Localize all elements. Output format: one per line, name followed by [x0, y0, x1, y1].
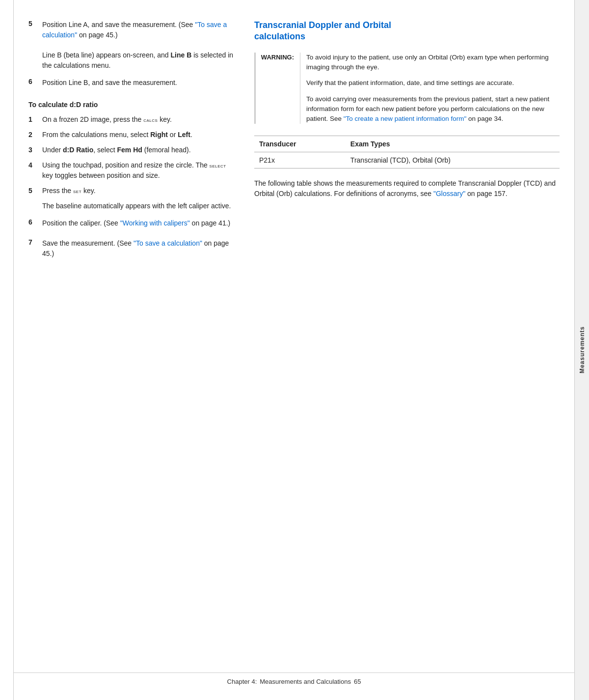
calcs-key: calcs	[143, 116, 158, 123]
select-key: select	[210, 162, 226, 169]
dd-step-5-num: 5	[28, 186, 36, 196]
following-text: The following table shows the measuremen…	[254, 178, 560, 199]
save-calculation-link-2[interactable]: "To save a calculation"	[134, 239, 202, 247]
dd-step-1-num: 1	[28, 114, 36, 125]
left-column: 5 Position Line A, and save the measurem…	[28, 20, 235, 661]
dd-step-5-content: Press the set key.	[42, 186, 235, 196]
exam-types-cell: Transcranial (TCD), Orbital (Orb)	[346, 152, 560, 168]
warning-paragraph-3: To avoid carrying over measurements from…	[306, 94, 560, 124]
warning-label: WARNING:	[256, 53, 300, 124]
page-footer: Chapter 4: Measurements and Calculations…	[14, 672, 574, 685]
exam-types-column-header: Exam Types	[346, 136, 560, 152]
dd-step-2-num: 2	[28, 130, 36, 140]
step-6-content: Position Line B, and save the measuremen…	[42, 78, 235, 91]
transducer-cell: P21x	[254, 152, 346, 168]
dd-step-7-num: 7	[28, 238, 36, 262]
dd-step-3: 3 Under d:D Ratio, select Fem Hd (femora…	[28, 145, 235, 155]
transducer-column-header: Transducer	[254, 136, 346, 152]
glossary-link[interactable]: "Glossary"	[433, 190, 465, 197]
dd-step-2: 2 From the calculations menu, select Rig…	[28, 130, 235, 140]
create-new-patient-link[interactable]: "To create a new patient information for…	[344, 115, 466, 122]
dd-ratio-steps-list: 1 On a frozen 2D image, press the calcs …	[28, 114, 235, 196]
warning-paragraph-2: Verify that the patient information, dat…	[306, 78, 560, 88]
dd-step-2-content: From the calculations menu, select Right…	[42, 130, 235, 140]
step-6-position-line-b: 6 Position Line B, and save the measurem…	[28, 78, 235, 91]
dd-step-6-content: Position the caliper. (See "Working with…	[42, 218, 235, 231]
left-border-strip	[0, 0, 14, 700]
table-header-row: Transducer Exam Types	[254, 136, 560, 152]
footer-page-number: 65	[354, 678, 361, 685]
dd-step-4-num: 4	[28, 160, 36, 181]
right-column: Transcranial Doppler and Orbital calcula…	[254, 20, 560, 661]
step-6-number: 6	[28, 78, 36, 91]
step-5-content: Position Line A, and save the measuremen…	[42, 20, 235, 43]
page-container: 5 Position Line A, and save the measurem…	[0, 0, 589, 700]
section-heading-transcranial: Transcranial Doppler and Orbital calcula…	[254, 20, 560, 43]
dd-step-5: 5 Press the set key.	[28, 186, 235, 196]
dd-step-1: 1 On a frozen 2D image, press the calcs …	[28, 114, 235, 125]
calculate-dd-ratio-heading: To calculate d:D ratio	[28, 101, 235, 109]
step-5-position-line-a: 5 Position Line A, and save the measurem…	[28, 20, 235, 43]
warning-box: WARNING: To avoid injury to the patient,…	[254, 53, 560, 124]
dd-step-1-content: On a frozen 2D image, press the calcs ke…	[42, 114, 235, 125]
dd-step-3-num: 3	[28, 145, 36, 155]
sidebar-tab-label: Measurements	[579, 326, 586, 373]
dd-step-6-text: Position the caliper. (See "Working with…	[42, 218, 235, 228]
warning-paragraph-1: To avoid injury to the patient, use only…	[306, 53, 560, 73]
dd-step-4-content: Using the touchpad, position and resize …	[42, 160, 235, 181]
step-6-text: Position Line B, and save the measuremen…	[42, 78, 235, 88]
step-5-text: Position Line A, and save the measuremen…	[42, 20, 235, 40]
dd-step-6: 6 Position the caliper. (See "Working wi…	[28, 218, 235, 231]
dd-step-7: 7 Save the measurement. (See "To save a …	[28, 238, 235, 262]
footer-chapter-label: Chapter 4:	[227, 678, 257, 685]
transducer-exam-table: Transducer Exam Types P21x Transcranial …	[254, 136, 560, 168]
footer-text: Chapter 4: Measurements and Calculations…	[227, 678, 361, 685]
step-5-number: 5	[28, 20, 36, 43]
line-b-note: Line B (beta line) appears on-screen, an…	[42, 50, 235, 71]
dd-step-4: 4 Using the touchpad, position and resiz…	[28, 160, 235, 181]
warning-content: To avoid injury to the patient, use only…	[300, 53, 560, 124]
footer-chapter-title: Measurements and Calculations	[260, 678, 351, 685]
right-sidebar: Measurements	[574, 0, 589, 700]
dd-step-6-num: 6	[28, 218, 36, 231]
dd-step-7-text: Save the measurement. (See "To save a ca…	[42, 238, 235, 259]
working-with-calipers-link[interactable]: "Working with calipers"	[120, 219, 190, 227]
set-key: set	[73, 188, 81, 195]
dd-step-3-content: Under d:D Ratio, select Fem Hd (femoral …	[42, 145, 235, 155]
baseline-note: The baseline automatically appears with …	[42, 201, 235, 211]
table-row: P21x Transcranial (TCD), Orbital (Orb)	[254, 152, 560, 168]
dd-step-7-content: Save the measurement. (See "To save a ca…	[42, 238, 235, 262]
content-area: 5 Position Line A, and save the measurem…	[14, 0, 574, 700]
